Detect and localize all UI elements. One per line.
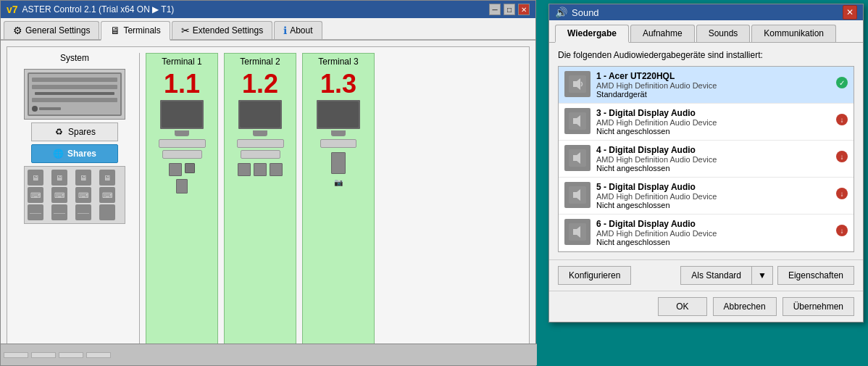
properties-button[interactable]: Eigenschaften (777, 266, 854, 285)
divider-1 (139, 53, 140, 353)
aster-window-controls: ─ □ ✕ (489, 4, 530, 15)
monitor-screen-1 (160, 100, 204, 129)
default-arrow-button[interactable]: ▼ (751, 266, 773, 285)
ok-button[interactable]: OK (658, 297, 706, 316)
tab-general-settings[interactable]: ⚙ General Settings (4, 21, 99, 39)
device-4-driver: AMD High Definition Audio Device (596, 192, 830, 201)
tab-about[interactable]: ℹ About (274, 21, 322, 39)
server-slot-3 (35, 92, 114, 95)
device-2-name: 3 - Digital Display Audio (596, 108, 830, 118)
globe-icon: 🌐 (53, 148, 64, 159)
aster-tab-bar: ⚙ General Settings 🖥 Terminals ✂ Extende… (1, 18, 535, 41)
device-2-status: Nicht angeschlossen (596, 127, 830, 136)
tab-kommunikation[interactable]: Kommunikation (751, 25, 836, 42)
sound-footer: OK Abbrechen Übernehmen (549, 291, 863, 322)
terminal-2-monitor (235, 100, 285, 136)
device-item-2[interactable]: 3 - Digital Display Audio AMD High Defin… (559, 104, 854, 141)
sys-icon-5: ⌨ (28, 187, 43, 203)
default-button[interactable]: Als Standard (680, 266, 751, 285)
monitor-stand-2 (253, 130, 267, 136)
tab-terminals[interactable]: 🖥 Terminals (101, 21, 170, 41)
sound-close-button[interactable]: ✕ (843, 5, 857, 20)
system-icons-grid: 🖥 🖥 🖥 🖥 ⌨ ⌨ ⌨ ⌨ —— —— —— (24, 166, 125, 224)
status-icon-5: ↓ (836, 225, 848, 236)
tab-aufnahme[interactable]: Aufnahme (630, 25, 695, 42)
device-5-driver: AMD High Definition Audio Device (596, 229, 830, 238)
keyboard-1 (159, 139, 206, 148)
device-item-5[interactable]: 6 - Digital Display Audio AMD High Defin… (559, 215, 854, 251)
shares-button[interactable]: 🌐 Shares (31, 144, 118, 163)
tab-sounds[interactable]: Sounds (696, 25, 751, 42)
aster-logo-icon: v7 (7, 4, 18, 15)
device-box-1 (169, 163, 182, 176)
general-settings-icon: ⚙ (13, 25, 22, 36)
status-icon-4: ↓ (836, 188, 848, 199)
tab-extended-settings[interactable]: ✂ Extended Settings (172, 21, 272, 39)
device-1-info: 1 - Acer UT220HQL AMD High Definition Au… (596, 71, 830, 99)
configure-button[interactable]: Konfigurieren (558, 266, 631, 285)
device-5-status: Nicht angeschlossen (596, 238, 830, 246)
aster-title-section: v7 ASTER Control 2.1 (Trial x64 ON ▶ T1) (7, 4, 174, 15)
sys-icon-11: —— (75, 204, 91, 220)
device-2-driver: AMD High Definition Audio Device (596, 118, 830, 127)
sys-icon-12 (99, 204, 115, 220)
device-speaker-4 (564, 182, 591, 208)
terminals-area: System ♻ Spar (7, 46, 530, 359)
aster-minimize-button[interactable]: ─ (489, 4, 501, 15)
extended-icon: ✂ (181, 25, 190, 36)
spares-button[interactable]: ♻ Spares (31, 122, 118, 141)
status-icon-2: ↓ (836, 114, 848, 125)
terminal-1-number: 1.1 (164, 71, 200, 97)
sys-icon-2: 🖥 (51, 170, 67, 186)
server-slot-2 (32, 85, 117, 89)
status-icon-1: ✓ (836, 77, 848, 88)
system-panel: System ♻ Spar (13, 53, 136, 353)
wiedergabe-label: Wiedergabe (567, 28, 617, 38)
terminal-3-panel: Terminal 3 1.3 📷 (302, 53, 375, 353)
device-box-3 (331, 152, 346, 174)
tab-general-label: General Settings (25, 25, 90, 36)
sound-tab-bar: Wiedergabe Aufnahme Sounds Kommunikation (549, 20, 863, 43)
cancel-button[interactable]: Abbrechen (713, 297, 777, 316)
device-speaker-2 (564, 108, 591, 134)
terminal-1-label: Terminal 1 (162, 57, 201, 67)
keyboard-2 (237, 139, 284, 148)
default-button-group: Als Standard ▼ (680, 266, 773, 285)
terminal-1-devices (169, 163, 195, 176)
device-item-3[interactable]: 4 - Digital Display Audio AMD High Defin… (559, 141, 854, 178)
t3-extra-icon: 📷 (334, 178, 343, 186)
speaker-icon-1 (176, 179, 188, 194)
spares-label: Spares (68, 127, 96, 137)
terminal-2-devices (238, 163, 283, 176)
terminal-2-number: 1.2 (242, 71, 278, 97)
device-3-driver: AMD High Definition Audio Device (596, 155, 830, 164)
device-box-2b (254, 163, 267, 176)
server-image (24, 69, 125, 120)
sound-title-section: 🔊 Sound (555, 7, 599, 18)
apply-button[interactable]: Übernehmen (783, 297, 854, 316)
taskbar-btn-4[interactable] (86, 352, 111, 358)
sound-titlebar: 🔊 Sound ✕ (549, 4, 863, 20)
device-item-4[interactable]: 5 - Digital Display Audio AMD High Defin… (559, 178, 854, 215)
terminals-icon: 🖥 (110, 25, 120, 36)
keyboard-3 (320, 139, 356, 148)
device-3-name: 4 - Digital Display Audio (596, 145, 830, 155)
taskbar-btn-2[interactable] (31, 352, 56, 358)
aster-main-content: System ♻ Spar (1, 41, 535, 365)
aufnahme-label: Aufnahme (643, 28, 683, 38)
terminal-3-devices (331, 152, 346, 174)
device-item-1[interactable]: 1 - Acer UT220HQL AMD High Definition Au… (559, 67, 854, 104)
sound-title-icon: 🔊 (555, 7, 567, 18)
terminal-1-panel: Terminal 1 1.1 (146, 53, 218, 353)
taskbar-btn-1[interactable] (4, 352, 28, 358)
monitor-stand-3 (331, 130, 346, 136)
sys-icon-6: ⌨ (51, 187, 67, 203)
aster-close-button[interactable]: ✕ (518, 4, 530, 15)
tab-wiedergabe[interactable]: Wiedergabe (555, 25, 629, 43)
monitor-screen-2 (238, 100, 282, 129)
tab-about-label: About (290, 25, 312, 36)
system-label: System (60, 53, 89, 63)
aster-maximize-button[interactable]: □ (504, 4, 515, 15)
taskbar-btn-3[interactable] (59, 352, 83, 358)
device-list: 1 - Acer UT220HQL AMD High Definition Au… (558, 66, 854, 252)
